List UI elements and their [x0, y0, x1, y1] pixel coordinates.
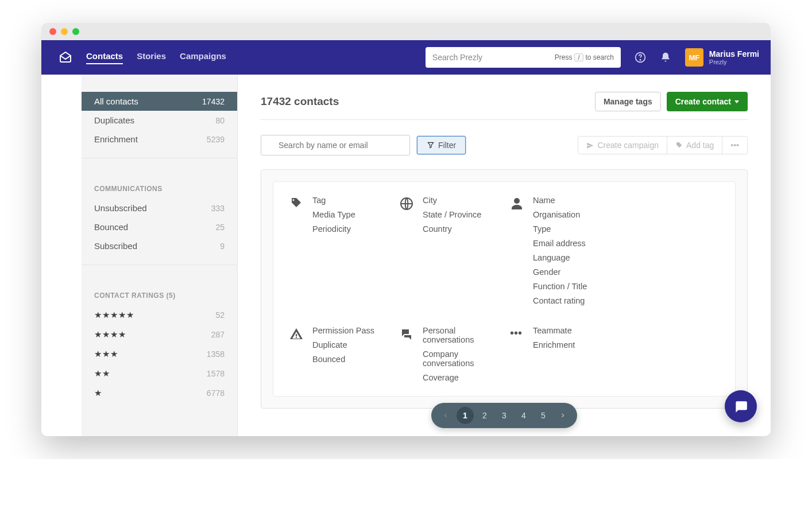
- sidebar-item-count: 287: [211, 330, 225, 339]
- sidebar-rating-3[interactable]: ★★★ 1358: [82, 344, 237, 364]
- sidebar-section-communications: COMMUNICATIONS: [82, 168, 237, 199]
- filter-teammate[interactable]: Teammate: [533, 326, 575, 335]
- filter-permission-pass[interactable]: Permission Pass: [312, 326, 374, 335]
- filter-bounced[interactable]: Bounced: [312, 355, 374, 364]
- sidebar-item-label: ★★: [94, 368, 110, 379]
- sidebar-section-ratings: CONTACT RATINGS (5): [82, 274, 237, 305]
- chevron-down-icon: [734, 100, 739, 103]
- sidebar-unsubscribed[interactable]: Unsubscribed 333: [82, 199, 237, 217]
- intercom-launcher[interactable]: [725, 390, 757, 422]
- filter-country[interactable]: Country: [423, 224, 481, 234]
- filter-state[interactable]: State / Province: [423, 210, 481, 219]
- page-1[interactable]: 1: [457, 407, 474, 424]
- chat-bubble-icon: [733, 399, 748, 414]
- sidebar-item-count: 6778: [207, 389, 225, 398]
- svg-point-1: [640, 60, 640, 60]
- page-3[interactable]: 3: [496, 407, 513, 424]
- filter-contact-rating[interactable]: Contact rating: [533, 296, 587, 305]
- sidebar-bounced[interactable]: Bounced 25: [82, 217, 237, 236]
- window-close[interactable]: [49, 28, 56, 35]
- manage-tags-button[interactable]: Manage tags: [595, 92, 661, 111]
- tag-icon: [289, 196, 304, 305]
- filter-periodicity[interactable]: Periodicity: [312, 224, 355, 234]
- sidebar-item-label: All contacts: [94, 96, 138, 106]
- nav-contacts[interactable]: Contacts: [86, 51, 123, 64]
- sidebar-item-count: 52: [215, 310, 225, 320]
- sidebar-rating-4[interactable]: ★★★★ 287: [82, 325, 237, 344]
- filter-company-conversations[interactable]: Company conversations: [423, 349, 498, 368]
- page-4[interactable]: 4: [515, 407, 532, 424]
- sidebar-item-label: Duplicates: [94, 115, 134, 125]
- filter-type[interactable]: Type: [533, 224, 587, 234]
- global-search[interactable]: Search Prezly Press / to search: [426, 47, 621, 68]
- sidebar-rating-5[interactable]: ★★★★★ 52: [82, 305, 237, 325]
- filter-function[interactable]: Function / Title: [533, 282, 587, 291]
- user-avatar: MF: [685, 48, 703, 67]
- sidebar-item-label: Enrichment: [94, 134, 138, 144]
- filter-label: Filter: [438, 141, 456, 150]
- page-2[interactable]: 2: [476, 407, 493, 424]
- page-next[interactable]: [554, 407, 571, 424]
- filter-media-type[interactable]: Media Type: [312, 210, 355, 219]
- sidebar-item-count: 25: [215, 223, 225, 232]
- filter-personal-conversations[interactable]: Personal conversations: [423, 326, 498, 344]
- filter-city[interactable]: City: [423, 196, 481, 205]
- contacts-search-input[interactable]: [261, 135, 410, 156]
- app-window: Contacts Stories Campaigns Search Prezly…: [41, 23, 771, 436]
- filter-organisation[interactable]: Organisation: [533, 210, 587, 219]
- filter-coverage[interactable]: Coverage: [423, 373, 498, 382]
- sidebar-enrichment[interactable]: Enrichment 5239: [82, 130, 237, 149]
- user-name: Marius Fermi: [709, 49, 759, 59]
- filter-panel: Tag Media Type Periodicity City State / …: [261, 169, 748, 409]
- sidebar-all-contacts[interactable]: All contacts 17432: [82, 92, 237, 111]
- sidebar-rating-1[interactable]: ★ 6778: [82, 383, 237, 403]
- filter-tag[interactable]: Tag: [312, 196, 355, 205]
- nav-stories[interactable]: Stories: [137, 51, 166, 64]
- sidebar-item-count: 17432: [202, 97, 225, 106]
- chat-icon: [400, 326, 415, 382]
- sidebar-duplicates[interactable]: Duplicates 80: [82, 111, 237, 130]
- filter-enrichment[interactable]: Enrichment: [533, 340, 575, 349]
- create-contact-label: Create contact: [675, 97, 731, 106]
- help-icon[interactable]: [635, 52, 646, 63]
- nav-campaigns[interactable]: Campaigns: [180, 51, 226, 64]
- sidebar-item-label: ★★★★: [94, 329, 126, 340]
- sidebar-item-label: ★★★★★: [94, 310, 134, 320]
- page-header: 17432 contacts Manage tags Create contac…: [261, 92, 748, 111]
- sidebar-subscribed[interactable]: Subscribed 9: [82, 236, 237, 255]
- more-icon: •••: [730, 141, 739, 150]
- sidebar-rating-2[interactable]: ★★ 1578: [82, 364, 237, 383]
- filter-group-conversations: Personal conversations Company conversat…: [400, 326, 498, 382]
- window-maximize[interactable]: [72, 28, 79, 35]
- user-menu[interactable]: MF Marius Fermi Prezly: [685, 48, 759, 67]
- create-campaign-button: Create campaign: [578, 137, 667, 154]
- global-search-placeholder: Search Prezly: [432, 53, 482, 62]
- sidebar-item-label: Unsubscribed: [94, 203, 147, 213]
- sidebar-item-count: 5239: [207, 135, 225, 144]
- sidebar-item-count: 333: [211, 204, 225, 213]
- window-titlebar: [41, 23, 771, 40]
- filter-email[interactable]: Email address: [533, 239, 587, 248]
- filter-group-tag: Tag Media Type Periodicity: [289, 196, 388, 305]
- window-minimize[interactable]: [61, 28, 68, 35]
- filter-button[interactable]: Filter: [417, 136, 466, 154]
- page-5[interactable]: 5: [535, 407, 552, 424]
- filter-group-location: City State / Province Country: [400, 196, 498, 305]
- sidebar-item-count: 1358: [207, 349, 225, 359]
- tag-icon: [675, 142, 683, 149]
- app-logo[interactable]: [59, 50, 72, 64]
- filter-duplicate[interactable]: Duplicate: [312, 340, 374, 349]
- warning-icon: [289, 326, 304, 382]
- filter-language[interactable]: Language: [533, 253, 587, 262]
- notifications-icon[interactable]: [660, 52, 671, 63]
- globe-icon: [400, 196, 415, 305]
- create-contact-button[interactable]: Create contact: [667, 92, 748, 111]
- filter-gender[interactable]: Gender: [533, 267, 587, 277]
- sidebar-item-label: ★: [94, 388, 102, 398]
- filter-group-other: ••• Teammate Enrichment: [510, 326, 609, 382]
- sidebar-item-label: Bounced: [94, 222, 128, 232]
- filter-name[interactable]: Name: [533, 196, 587, 205]
- filter-group-warning: Permission Pass Duplicate Bounced: [289, 326, 388, 382]
- dots-icon: •••: [510, 326, 525, 382]
- user-org: Prezly: [709, 59, 759, 65]
